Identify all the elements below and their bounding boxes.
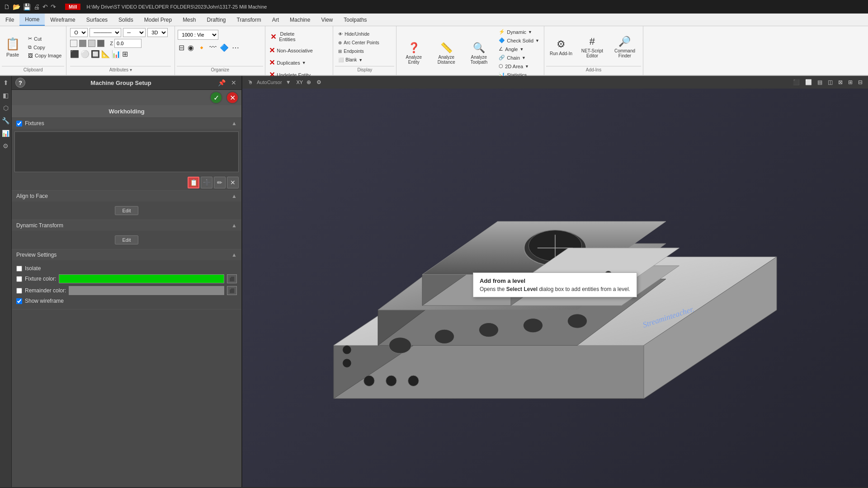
isolate-checkbox[interactable] xyxy=(16,266,22,272)
analyze-distance-button[interactable]: 📏 Analyze Distance xyxy=(431,41,462,66)
vp-autocursor-button[interactable]: 🖱 xyxy=(246,78,255,86)
menu-wireframe[interactable]: Wireframe xyxy=(45,14,80,26)
delete-entities-button[interactable]: ✕ DeleteEntities xyxy=(268,30,330,43)
vp-view-4[interactable]: ◫ xyxy=(826,78,835,86)
sidebar-icon-machine[interactable]: ⚙ xyxy=(1,141,11,151)
viewport[interactable]: 🖱 AutoCursor ▼ XY ⊕ ⚙ ⬛ ⬜ ▤ ◫ ⊠ ⊞ ⊟ xyxy=(242,76,868,487)
fixture-color-picker-button[interactable]: ⬛ xyxy=(227,274,237,283)
net-script-editor-button[interactable]: # NET-Script Editor xyxy=(577,34,608,60)
open-icon[interactable]: 📂 xyxy=(13,3,20,10)
accept-button[interactable]: ✓ xyxy=(210,91,222,104)
org-icon-2[interactable]: ◉ xyxy=(187,42,195,53)
analyze-toolpath-button[interactable]: 🔍 Analyze Toolpath xyxy=(463,41,494,66)
color-box-4[interactable] xyxy=(97,40,104,47)
add-fixture-button[interactable]: ➕ xyxy=(201,177,212,188)
linewidth-select[interactable]: ─ xyxy=(123,28,146,37)
menu-model-prep[interactable]: Model Prep xyxy=(139,14,177,26)
vp-view-5[interactable]: ⊠ xyxy=(836,78,844,86)
attr-icon-6[interactable]: ⊞ xyxy=(122,50,128,58)
close-panel-button[interactable]: ✕ xyxy=(230,79,238,87)
color-box-3[interactable] xyxy=(88,40,95,47)
copy-image-button[interactable]: 🖼 Copy Image xyxy=(25,52,64,59)
vp-view-1[interactable]: ⬛ xyxy=(791,78,802,86)
remainder-color-picker-button[interactable]: ⬛ xyxy=(227,286,237,295)
menu-surfaces[interactable]: Surfaces xyxy=(81,14,113,26)
fixture-color-checkbox[interactable] xyxy=(16,276,22,282)
new-icon[interactable]: 🗋 xyxy=(4,3,10,10)
sidebar-icon-cursor[interactable]: ⬆ xyxy=(1,78,11,88)
non-associative-button[interactable]: ✕ Non-Associative xyxy=(268,45,330,56)
attr-icon-2[interactable]: ⚪ xyxy=(80,50,90,58)
arc-center-points-button[interactable]: ⊕ Arc Center Points xyxy=(336,39,393,47)
view-select[interactable]: 3D xyxy=(147,28,168,37)
align-to-face-header[interactable]: Align to Face ▲ xyxy=(12,191,241,202)
attr-icon-4[interactable]: 📐 xyxy=(101,50,110,58)
menu-toolpaths[interactable]: Toolpaths xyxy=(338,14,372,26)
attr-icon-5[interactable]: 📊 xyxy=(112,50,121,58)
fixtures-checkbox[interactable] xyxy=(16,121,22,127)
save-icon[interactable]: 💾 xyxy=(23,3,31,10)
run-addin-button[interactable]: ⚙ Run Add-In xyxy=(547,37,575,57)
analyze-entity-button[interactable]: ❓ Analyze Entity xyxy=(398,41,429,66)
cut-button[interactable]: ✂ Cut xyxy=(25,35,64,42)
org-icon-1[interactable]: ⊟ xyxy=(178,42,185,53)
preview-settings-header[interactable]: Preview Settings ▲ xyxy=(12,249,241,260)
pin-button[interactable]: 📌 xyxy=(217,79,227,87)
vp-view-6[interactable]: ⊞ xyxy=(846,78,854,86)
sidebar-icon-tools[interactable]: 🔧 xyxy=(1,116,11,126)
help-button[interactable]: ? xyxy=(15,78,25,88)
menu-view[interactable]: View xyxy=(316,14,338,26)
title-icons[interactable]: 🗋 📂 💾 🖨 ↶ ↷ xyxy=(4,3,56,10)
dynamic-transform-header[interactable]: Dynamic Transform ▲ xyxy=(12,220,241,231)
vp-icon-1[interactable]: ⊕ xyxy=(305,78,313,86)
show-wireframe-checkbox[interactable] xyxy=(16,298,22,304)
check-solid-button[interactable]: 🔷 Check Solid ▼ xyxy=(496,37,542,44)
menu-machine[interactable]: Machine xyxy=(284,14,316,26)
org-icon-3[interactable]: 🔸 xyxy=(196,42,207,53)
org-icon-5[interactable]: 🔷 xyxy=(219,42,230,53)
color-box-2[interactable] xyxy=(79,40,86,47)
dynamic-button[interactable]: ⚡ Dynamic ▼ xyxy=(496,28,542,36)
command-finder-button[interactable]: 🔎 Command Finder xyxy=(609,34,640,60)
menu-file[interactable]: File xyxy=(0,14,19,26)
org-icon-6[interactable]: ⋯ xyxy=(231,42,240,53)
linestyle-select[interactable]: ────── xyxy=(90,28,121,37)
vp-view-2[interactable]: ⬜ xyxy=(803,78,814,86)
redo-icon[interactable]: ↷ xyxy=(51,3,56,10)
vp-view-7[interactable]: ⊟ xyxy=(856,78,864,86)
sidebar-icon-parts[interactable]: ⬡ xyxy=(1,103,11,113)
org-icon-4[interactable]: 〰 xyxy=(208,42,217,53)
chain-button[interactable]: 🔗 Chain ▼ xyxy=(496,54,542,61)
menu-mesh[interactable]: Mesh xyxy=(177,14,201,26)
speed-select[interactable]: 1000 : Vie xyxy=(178,30,218,40)
menu-transform[interactable]: Transform xyxy=(231,14,267,26)
menu-solids[interactable]: Solids xyxy=(113,14,139,26)
duplicates-button[interactable]: ✕ Duplicates ▼ xyxy=(268,57,330,68)
add-level-button[interactable]: 📋 xyxy=(188,177,199,188)
remainder-color-checkbox[interactable] xyxy=(16,288,22,294)
angle-button[interactable]: ∠ Angle ▼ xyxy=(496,45,542,53)
sidebar-icon-analyze[interactable]: 📊 xyxy=(1,128,11,138)
z-input[interactable] xyxy=(114,39,142,48)
remove-fixture-button[interactable]: ✕ xyxy=(227,177,239,188)
menu-home[interactable]: Home xyxy=(19,14,45,26)
area-2d-button[interactable]: ⬡ 2D Area ▼ xyxy=(496,62,542,70)
hide-unhide-button[interactable]: 👁 Hide/Unhide xyxy=(336,30,393,38)
layer-select[interactable]: O xyxy=(70,28,88,37)
print-icon[interactable]: 🖨 xyxy=(33,3,40,10)
color-box-1[interactable] xyxy=(70,40,77,47)
menu-art[interactable]: Art xyxy=(267,14,284,26)
vp-view-3[interactable]: ▤ xyxy=(816,78,824,86)
attr-icon-3[interactable]: 🔲 xyxy=(91,50,100,58)
fixture-color-bar[interactable] xyxy=(59,274,224,283)
blank-button[interactable]: ⬜ Blank ▼ xyxy=(336,56,393,64)
fixtures-header[interactable]: Fixtures ▲ xyxy=(12,118,241,129)
vp-icon-2[interactable]: ⚙ xyxy=(315,78,323,86)
edit-fixture-button[interactable]: ✏ xyxy=(214,177,226,188)
cancel-button[interactable]: ✕ xyxy=(226,91,239,104)
paste-button[interactable]: 📋 Paste xyxy=(2,28,24,66)
dynamic-transform-edit-button[interactable]: Edit xyxy=(115,235,139,244)
undo-icon[interactable]: ↶ xyxy=(42,3,48,10)
sidebar-icon-layers[interactable]: ◧ xyxy=(1,90,11,100)
menu-drafting[interactable]: Drafting xyxy=(201,14,231,26)
